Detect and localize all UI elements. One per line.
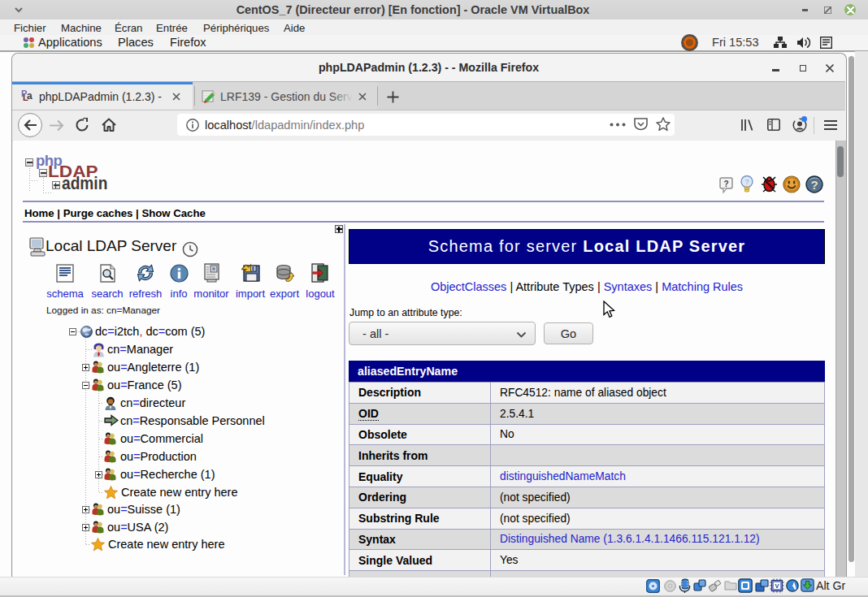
svg-text:?: ? <box>744 178 749 186</box>
svg-text:V: V <box>775 582 779 590</box>
svg-text:?: ? <box>723 180 728 188</box>
svg-text:?: ? <box>810 178 818 192</box>
